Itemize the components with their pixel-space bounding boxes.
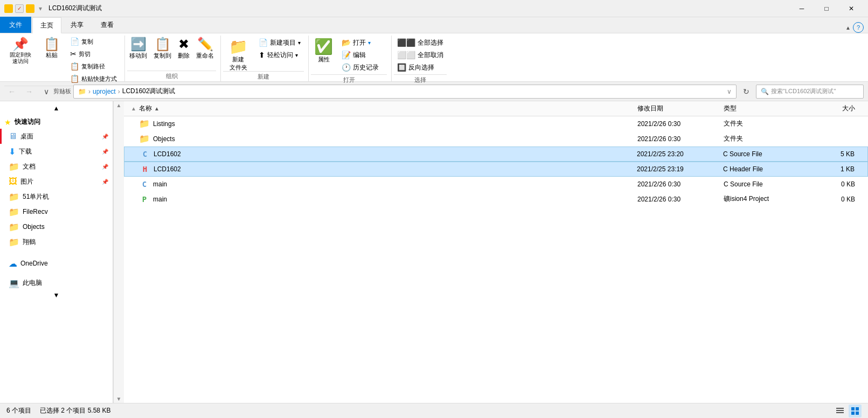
- delete-label: 删除: [178, 52, 190, 60]
- help-button[interactable]: ?: [853, 22, 864, 33]
- sidebar-item-mcu51[interactable]: 📁 51单片机: [0, 189, 113, 204]
- invert-label: 反向选择: [408, 63, 434, 72]
- table-row[interactable]: C LCD1602 2021/2/25 23:20 C Source File …: [124, 147, 868, 162]
- search-bar[interactable]: 🔍 搜索"LCD1602调试测试": [756, 85, 864, 99]
- open-icon: 📂: [342, 38, 351, 47]
- paste-shortcut-button[interactable]: 📋 粘贴快捷方式: [67, 73, 120, 85]
- properties-icon: ✅: [314, 38, 333, 55]
- table-row[interactable]: 📁 Listings 2021/2/26 0:30 文件夹: [124, 116, 868, 131]
- col-header-size[interactable]: 大小: [810, 104, 864, 113]
- sidebar-item-xianghe[interactable]: 📁 翔鶴: [0, 234, 113, 249]
- maximize-button[interactable]: □: [814, 0, 839, 17]
- c-source-icon-2: C: [139, 180, 150, 189]
- file-name-cell: H LCD1602: [140, 165, 637, 173]
- history-button[interactable]: 🕐 历史记录: [338, 61, 387, 73]
- cut-button[interactable]: ✂ 剪切: [67, 48, 120, 60]
- documents-label: 文档: [23, 162, 99, 171]
- details-view-button[interactable]: [834, 405, 846, 417]
- ribbon-help-area: ▲ ?: [845, 22, 868, 33]
- folder-icon: 📁: [139, 134, 150, 144]
- minimize-button[interactable]: ─: [789, 0, 814, 17]
- cut-label: 剪切: [79, 50, 91, 58]
- col-header-type[interactable]: 类型: [724, 104, 810, 113]
- up-button[interactable]: ↑: [56, 84, 71, 99]
- copy-to-button[interactable]: 📋 复制到: [151, 36, 173, 61]
- desktop-pin-icon: 📌: [102, 134, 108, 140]
- sidebar-item-downloads[interactable]: ⬇ 下载 📌: [0, 144, 113, 159]
- address-folder-icon: 📁: [78, 88, 86, 95]
- edit-button[interactable]: 📝 编辑: [338, 49, 387, 61]
- refresh-button[interactable]: ↻: [739, 84, 754, 99]
- sidebar-scroll-down-btn[interactable]: ▼: [116, 396, 122, 402]
- file-date-cell: 2021/2/26 0:30: [637, 135, 724, 143]
- col-header-date[interactable]: 修改日期: [637, 104, 724, 113]
- table-row[interactable]: P main 2021/2/26 0:30 礦ision4 Project 0 …: [124, 192, 868, 207]
- file-date-cell: 2021/2/25 23:19: [637, 165, 723, 173]
- file-rows: 📁 Listings 2021/2/26 0:30 文件夹 📁 Objects …: [124, 116, 868, 403]
- pictures-pin-icon: 📌: [102, 179, 108, 185]
- forward-button[interactable]: →: [22, 84, 37, 99]
- open-group-label: 打开: [311, 74, 387, 85]
- tiles-view-button[interactable]: [849, 405, 862, 417]
- copy-button[interactable]: 📄 复制: [67, 36, 120, 47]
- select-group-label: 选择: [394, 74, 447, 85]
- paste-shortcut-icon: 📋: [70, 74, 79, 83]
- recent-locations-button[interactable]: ∨: [39, 84, 54, 99]
- sidebar-item-pictures[interactable]: 🖼 图片 📌: [0, 174, 113, 189]
- address-uproject-link[interactable]: uproject: [93, 88, 116, 95]
- sidebar-item-desktop[interactable]: 🖥 桌面 📌: [0, 129, 113, 144]
- sidebar-item-onedrive[interactable]: ☁ OneDrive: [0, 256, 113, 271]
- copy-path-button[interactable]: 📋 复制路径: [67, 60, 120, 72]
- move-to-button[interactable]: ➡️ 移动到: [127, 36, 149, 61]
- table-row[interactable]: 📁 Objects 2021/2/26 0:30 文件夹: [124, 131, 868, 147]
- scroll-up-arrow: ▲: [53, 104, 60, 112]
- properties-button[interactable]: ✅ 属性: [311, 36, 336, 70]
- sidebar-scroll-down[interactable]: ▼: [0, 290, 113, 300]
- ribbon-group-organize: ➡️ 移动到 📋 复制到 ✖ 删除 ✏️ 重命名 组织: [125, 36, 221, 81]
- easy-access-button[interactable]: ⬆ 轻松访问 ▾: [255, 49, 304, 61]
- pin-quick-access-button[interactable]: 📌 固定到快速访问: [4, 36, 37, 70]
- sidebar-item-objects[interactable]: 📁 Objects: [0, 219, 113, 234]
- rename-button[interactable]: ✏️ 重命名: [194, 36, 216, 61]
- table-row[interactable]: H LCD1602 2021/2/25 23:19 C Header File …: [124, 162, 868, 177]
- ribbon-group-open: ✅ 属性 📂 打开 ▾ 📝 编辑 🕐 历史记录 打开: [309, 36, 392, 81]
- copy-to-label: 复制到: [154, 52, 171, 60]
- col-name-sort-arrow: ▲: [154, 106, 159, 112]
- deselect-all-button[interactable]: ⬜⬜ 全部取消: [394, 49, 447, 61]
- address-bar[interactable]: 📁 › uproject › LCD1602调试测试 ∨: [73, 85, 737, 99]
- desktop-folder-icon: 🖥: [9, 131, 17, 141]
- col-header-name[interactable]: 名称 ▲: [139, 104, 637, 113]
- downloads-label: 下载: [19, 147, 99, 156]
- filerecv-label: FileRecv: [23, 208, 108, 215]
- tab-share[interactable]: 共享: [63, 17, 92, 33]
- sidebar-scrollbar[interactable]: ▲ ▼: [113, 101, 124, 403]
- easy-access-label: 轻松访问: [267, 51, 293, 60]
- address-dropdown-arrow[interactable]: ∨: [727, 88, 732, 95]
- sidebar-scroll-up-btn[interactable]: ▲: [116, 102, 122, 108]
- table-row[interactable]: C main 2021/2/26 0:30 C Source File 0 KB: [124, 177, 868, 192]
- sidebar-scroll-up[interactable]: ▲: [0, 103, 113, 113]
- delete-button[interactable]: ✖ 删除: [176, 36, 192, 61]
- new-group-label: 新建: [223, 71, 304, 82]
- ribbon-collapse-icon[interactable]: ▲: [845, 25, 851, 31]
- tab-file[interactable]: 文件: [0, 17, 31, 33]
- sidebar-item-filerecv[interactable]: 📁 FileRecv: [0, 204, 113, 219]
- title-bar-icons: ✓ ▾: [4, 4, 44, 13]
- invert-select-button[interactable]: 🔲 反向选择: [394, 61, 447, 73]
- close-button[interactable]: ✕: [839, 0, 864, 17]
- tab-home[interactable]: 主页: [32, 17, 61, 33]
- new-item-button[interactable]: 📄 新建项目 ▾: [255, 37, 304, 48]
- new-folder-button[interactable]: 📁 新建文件夹: [223, 36, 253, 70]
- paste-button[interactable]: 📋 粘贴: [39, 36, 65, 70]
- quick-access-star-icon: ★: [4, 118, 11, 127]
- tab-view[interactable]: 查看: [93, 17, 122, 33]
- address-current-folder: LCD1602调试测试: [122, 87, 176, 96]
- select-all-button[interactable]: ⬛⬛ 全部选择: [394, 37, 447, 48]
- sidebar-item-thispc[interactable]: 💻 此电脑: [0, 275, 113, 290]
- back-button[interactable]: ←: [4, 84, 19, 99]
- file-name-cell: 📁 Objects: [139, 134, 637, 144]
- sidebar-item-documents[interactable]: 📁 文档 📌: [0, 159, 113, 174]
- sidebar-quick-access-header[interactable]: ★ 快速访问: [0, 113, 113, 129]
- easy-access-arrow: ▾: [295, 52, 298, 58]
- open-button[interactable]: 📂 打开 ▾: [338, 37, 387, 48]
